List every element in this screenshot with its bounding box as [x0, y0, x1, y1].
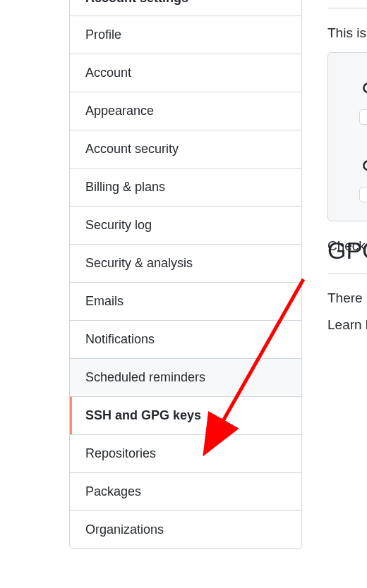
sidebar-item-notifications[interactable]: Notifications — [70, 320, 301, 358]
svg-point-0 — [363, 83, 367, 92]
sidebar-item-security-analysis[interactable]: Security & analysis — [70, 244, 301, 282]
sidebar-item-account[interactable]: Account — [70, 54, 301, 92]
ssh-key-card — [327, 52, 367, 221]
ssh-key-row-2 — [328, 143, 367, 181]
gpg-heading: GPG — [327, 237, 367, 264]
settings-sidebar: Account settings Profile Account Appeara… — [69, 0, 302, 549]
ssh-key-row-2-box — [328, 181, 367, 208]
sidebar-item-repositories[interactable]: Repositories — [70, 434, 301, 472]
svg-point-1 — [363, 161, 367, 170]
sidebar-item-organizations[interactable]: Organizations — [70, 510, 301, 549]
sidebar-item-billing[interactable]: Billing & plans — [70, 168, 301, 206]
sidebar-item-emails[interactable]: Emails — [70, 282, 301, 320]
sidebar-item-ssh-gpg-keys[interactable]: SSH and GPG keys — [70, 396, 301, 434]
sidebar-item-account-security[interactable]: Account security — [70, 130, 301, 168]
divider — [327, 273, 367, 274]
key-icon — [359, 149, 367, 176]
key-icon — [359, 71, 367, 98]
sidebar-item-appearance[interactable]: Appearance — [70, 92, 301, 130]
ssh-intro-text: This is — [327, 25, 367, 41]
sidebar-item-scheduled-reminders[interactable]: Scheduled reminders — [70, 358, 301, 396]
ssh-key-row-box — [328, 104, 367, 130]
sidebar-header: Account settings — [70, 0, 301, 16]
gpg-empty-text: There — [327, 290, 367, 306]
key-detail-box — [359, 109, 367, 125]
gpg-learn-text: Learn h — [327, 317, 367, 333]
sidebar-item-security-log[interactable]: Security log — [70, 206, 301, 244]
ssh-key-row — [328, 66, 367, 104]
sidebar-item-packages[interactable]: Packages — [70, 472, 301, 510]
main-content: SSH This is Check — [327, 0, 367, 344]
sidebar-item-profile[interactable]: Profile — [70, 16, 301, 54]
key-detail-box — [359, 187, 367, 202]
divider — [327, 8, 367, 8]
